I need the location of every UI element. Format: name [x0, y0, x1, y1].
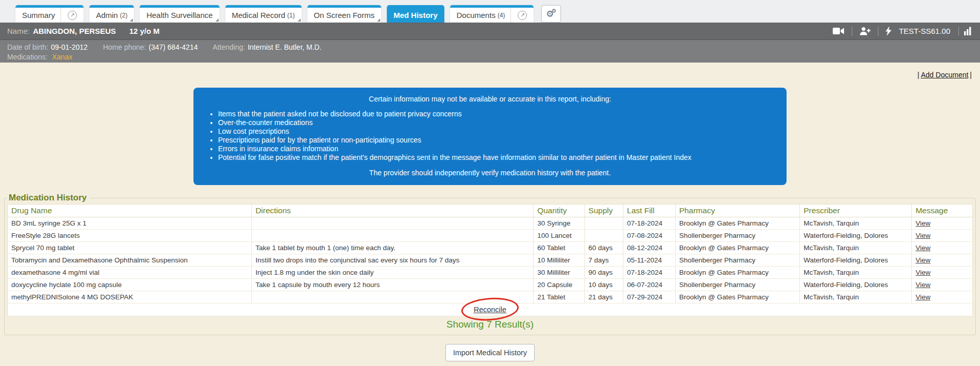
bar-chart-icon[interactable]	[958, 27, 973, 35]
directions-cell: Inject 1.8 mg under the skin once daily	[251, 267, 533, 279]
notice-bullet: Over-the-counter medications	[218, 118, 775, 127]
directions-cell: Take 1 tablet by mouth 1 (one) time each…	[251, 242, 533, 254]
pharmacy-cell: Brooklyn @ Gates Pharmacy	[675, 291, 800, 303]
tab-med-history[interactable]: Med History	[387, 5, 444, 23]
drug-name-cell: methylPREDNISolone 4 MG DOSEPAK	[8, 291, 252, 303]
tab-label: Admin	[96, 11, 118, 19]
popout-icon[interactable]: ↗	[518, 11, 527, 20]
prescriber-cell: McTavish, Tarquin	[800, 242, 912, 254]
quantity-cell: 100 Lancet	[534, 230, 585, 242]
prescriber-cell: Waterford-Fielding, Dolores	[800, 230, 912, 242]
col-last-fill: Last Fill	[623, 205, 676, 217]
popout-icon[interactable]: ↗	[68, 11, 77, 20]
add-document-row: |Add Document|	[0, 63, 980, 79]
prescriber-cell: McTavish, Tarquin	[800, 267, 912, 279]
drug-name-cell: doxycycline hyclate 100 mg capsule	[8, 279, 252, 291]
last-fill-cell: 07-08-2024	[623, 230, 676, 242]
tab-label: Documents	[457, 11, 496, 19]
tab-medical-record[interactable]: Medical Record (1)	[225, 5, 302, 23]
quantity-cell: 60 Tablet	[534, 242, 585, 254]
notice-bullet: Potential for false positive match if th…	[218, 153, 775, 162]
view-link[interactable]: View	[915, 256, 930, 264]
settings-button[interactable]: ⚙ ⚙	[541, 5, 561, 23]
dropdown-corner-icon	[377, 18, 380, 22]
reconcile-link[interactable]: Reconcile	[474, 306, 506, 314]
medications-label: Medications:	[7, 53, 48, 61]
pipe: |	[917, 71, 919, 79]
message-cell: View	[912, 279, 973, 291]
tab-label: On Screen Forms	[314, 11, 375, 19]
tab-admin[interactable]: Admin (2)	[89, 5, 134, 23]
quantity-cell: 21 Tablet	[534, 291, 585, 303]
tab-summary[interactable]: Summary ↗	[15, 5, 84, 23]
view-link[interactable]: View	[915, 269, 930, 276]
prescriber-cell: Waterford-Fielding, Dolores	[800, 279, 912, 291]
notice-footer: The provider should independently verify…	[205, 169, 775, 177]
patient-name: ABINGDON, PERSEUS	[33, 27, 116, 35]
supply-cell: 10 days	[584, 279, 623, 291]
view-link[interactable]: View	[915, 281, 930, 289]
table-row: Tobramycin and Dexamethasone Ophthalmic …	[8, 254, 973, 267]
video-camera-icon[interactable]	[833, 27, 845, 35]
tab-count: (1)	[287, 12, 295, 19]
view-link[interactable]: View	[915, 293, 930, 301]
view-link[interactable]: View	[915, 232, 930, 239]
dropdown-corner-icon	[130, 18, 133, 22]
supply-cell: 60 days	[584, 242, 623, 254]
table-row: BD 3mL syringe 25G x 1 30 Syringe 07-18-…	[8, 217, 973, 230]
table-row: dexamethasone 4 mg/ml vial Inject 1.8 mg…	[8, 267, 973, 279]
col-directions: Directions	[251, 205, 533, 217]
view-link[interactable]: View	[915, 244, 930, 252]
last-fill-cell: 07-18-2024	[623, 267, 676, 279]
quantity-cell: 10 Milliliter	[534, 254, 585, 267]
divider	[852, 27, 852, 36]
table-row: FreeStyle 28G lancets 100 Lancet 07-08-2…	[8, 230, 973, 242]
col-message: Message	[912, 205, 973, 217]
quantity-cell: 30 Milliliter	[534, 267, 585, 279]
dropdown-corner-icon	[215, 18, 219, 22]
add-document-link[interactable]: Add Document	[921, 71, 969, 79]
last-fill-cell: 05-11-2024	[623, 254, 676, 267]
dob-label: Date of birth:	[7, 43, 48, 51]
last-fill-cell: 07-29-2024	[623, 291, 676, 303]
view-link[interactable]: View	[915, 219, 930, 227]
phone-value: (347) 684-4214	[149, 43, 198, 51]
col-prescriber: Prescriber	[800, 205, 912, 217]
medications-line: Medications: Xanax	[7, 52, 973, 62]
import-medical-history-button[interactable]: Import Medical History	[445, 344, 535, 361]
last-fill-cell: 08-12-2024	[623, 242, 676, 254]
footer-actions: Import Medical History	[0, 344, 980, 361]
name-label: Name:	[7, 27, 30, 35]
tab-label: Health Surveillance	[146, 11, 212, 19]
demographics-line: Date of birth:09-01-2012 Home phone:(347…	[7, 43, 973, 52]
tab-documents[interactable]: Documents (4) ↗	[450, 5, 534, 23]
medications-value[interactable]: Xanax	[52, 53, 72, 61]
patient-header: Name: ABINGDON, PERSEUS 12 y/o M TEST-SS…	[0, 23, 980, 40]
table-row: Sprycel 70 mg tablet Take 1 tablet by mo…	[8, 242, 973, 254]
medication-history-table: Drug Name Directions Quantity Supply Las…	[7, 204, 973, 316]
pharmacy-cell: Shollenberger Pharmacy	[675, 279, 800, 291]
directions-cell	[251, 291, 533, 303]
notice-bullet: Prescriptions paid for by the patient or…	[218, 136, 775, 145]
popout-wrap: ↗	[61, 8, 77, 23]
message-cell: View	[912, 267, 973, 279]
tab-on-screen-forms[interactable]: On Screen Forms	[307, 5, 381, 23]
supply-cell: 21 days	[584, 291, 623, 303]
medication-history-section: Medication History Drug Name Directions …	[4, 193, 976, 335]
patient-age-sex: 12 y/o M	[129, 27, 160, 35]
tab-label: Med History	[394, 11, 438, 19]
directions-cell	[251, 230, 533, 242]
drug-name-cell: Sprycel 70 mg tablet	[8, 242, 252, 254]
add-patient-icon[interactable]	[859, 27, 871, 35]
dob-value: 09-01-2012	[51, 43, 88, 51]
prescriber-cell: Waterford-Fielding, Dolores	[800, 254, 912, 267]
col-quantity: Quantity	[534, 205, 585, 217]
col-drug-name: Drug Name	[8, 205, 252, 217]
quantity-cell: 30 Syringe	[534, 217, 585, 230]
phone-label: Home phone:	[103, 43, 146, 51]
drug-name-cell: dexamethasone 4 mg/ml vial	[8, 267, 252, 279]
drug-name-cell: FreeStyle 28G lancets	[8, 230, 252, 242]
directions-cell	[251, 217, 533, 230]
tab-count: (4)	[498, 12, 505, 19]
tab-health-surveillance[interactable]: Health Surveillance	[140, 5, 219, 23]
